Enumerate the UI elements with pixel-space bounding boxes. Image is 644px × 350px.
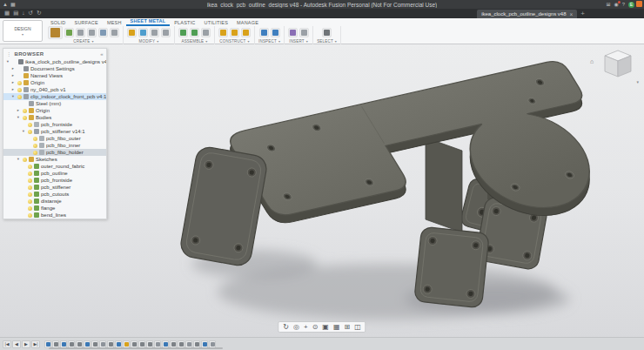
change-parameters-tool-icon[interactable] <box>161 28 171 37</box>
app-menu-icon[interactable]: ▦ <box>10 2 16 7</box>
viewport[interactable]: ⋮ BROWSER « ▾ikea_clock_pcb_outline_desi… <box>0 44 644 337</box>
visibility-bulb-icon[interactable] <box>23 158 27 162</box>
notification-bell-icon[interactable]: ◉ <box>614 2 618 7</box>
browser-item[interactable]: ▸Named Views <box>3 72 106 79</box>
measure-tool-icon[interactable] <box>259 28 269 37</box>
unfold-tool-icon[interactable] <box>127 28 137 37</box>
visibility-bulb-icon[interactable] <box>23 116 27 120</box>
browser-item[interactable]: pcb_frontside <box>3 177 106 184</box>
offset-plane-tool-icon[interactable] <box>218 28 228 37</box>
browser-item[interactable]: pcb_fibo_inner <box>3 142 106 149</box>
viewcube-cube[interactable] <box>600 48 635 81</box>
insert-svg-tool-icon[interactable] <box>299 28 309 37</box>
expand-arrow-icon[interactable]: ▸ <box>16 109 21 113</box>
browser-item[interactable]: pcb_fibo_holder <box>3 149 106 156</box>
browser-item[interactable]: pcb_stiffener <box>3 184 106 191</box>
display-settings-icon[interactable]: ▦ <box>333 324 340 331</box>
expand-arrow-icon[interactable]: ▸ <box>10 88 16 92</box>
expand-arrow-icon[interactable]: ▾ <box>16 158 21 162</box>
visibility-bulb-icon[interactable] <box>17 95 22 99</box>
press-pull-tool-icon[interactable] <box>138 28 148 37</box>
file-menu-icon[interactable]: ▤ <box>13 10 18 17</box>
fit-icon[interactable]: ▣ <box>322 324 329 331</box>
model-middle-foot-pad[interactable] <box>414 226 490 308</box>
viewports-icon[interactable]: ◫ <box>354 324 361 331</box>
new-tab-button[interactable]: + <box>577 9 588 18</box>
visibility-bulb-icon[interactable] <box>33 151 37 155</box>
new-component-tool-icon[interactable] <box>178 28 188 37</box>
browser-item[interactable]: pcb_outline <box>3 170 106 177</box>
visibility-bulb-icon[interactable] <box>28 165 32 169</box>
browser-item[interactable]: ▸ny_040_pcb v1 <box>3 86 106 93</box>
visibility-bulb-icon[interactable] <box>28 172 32 176</box>
close-tab-icon[interactable]: × <box>570 11 574 17</box>
timeline-begin-button[interactable]: |◀ <box>3 340 11 348</box>
extrude-tool-icon[interactable] <box>76 28 85 37</box>
collapse-browser-icon[interactable]: « <box>100 51 104 57</box>
workspace-switcher[interactable]: DESIGN ▾ <box>3 20 43 42</box>
visibility-bulb-icon[interactable] <box>28 130 32 134</box>
ribbon-tab-sheet-metal[interactable]: SHEET METAL <box>126 18 171 26</box>
timeline-step-back-button[interactable]: ◀ <box>12 340 21 348</box>
select-tool-icon[interactable] <box>322 28 332 37</box>
ribbon-tab-solid[interactable]: SOLID <box>46 20 70 26</box>
browser-item[interactable]: ▾Sketches <box>3 156 106 163</box>
expand-arrow-icon[interactable]: ▾ <box>16 116 21 120</box>
visibility-bulb-icon[interactable] <box>33 144 37 148</box>
ribbon-tab-surface[interactable]: SURFACE <box>70 20 103 26</box>
orbit-icon[interactable]: ↻ <box>283 324 289 331</box>
redo-icon[interactable]: ↻ <box>37 10 41 17</box>
extensions-icon[interactable]: ⊞ <box>606 2 610 7</box>
expand-arrow-icon[interactable]: ▾ <box>5 60 10 64</box>
pan-icon[interactable]: + <box>304 324 308 331</box>
help-icon[interactable]: ? <box>622 2 625 7</box>
visibility-bulb-icon[interactable] <box>28 123 32 127</box>
create-sketch-tool-icon[interactable] <box>64 28 74 37</box>
flange-tool-icon[interactable] <box>48 26 63 39</box>
browser-item[interactable]: ▸Document Settings <box>3 65 106 72</box>
browser-item[interactable]: flange <box>3 205 106 212</box>
browser-item[interactable]: ▾Bodies <box>3 114 106 121</box>
visibility-bulb-icon[interactable] <box>17 81 22 85</box>
visibility-bulb-icon[interactable] <box>23 109 27 113</box>
viewcube[interactable]: ⌂ ▾ <box>590 48 639 84</box>
hole-tool-icon[interactable] <box>87 28 97 37</box>
browser-item[interactable]: ▾pcb_stiffener v14:1 <box>3 128 106 135</box>
ribbon-tab-manage[interactable]: MANAGE <box>232 20 263 26</box>
section-analysis-tool-icon[interactable] <box>271 28 280 37</box>
browser-item[interactable]: bend_lines <box>3 212 106 219</box>
visibility-bulb-icon[interactable] <box>28 185 32 190</box>
browser-item[interactable]: outer_round_fabric <box>3 163 106 170</box>
user-avatar[interactable]: E <box>628 2 634 8</box>
browser-item[interactable]: distansje <box>3 198 106 205</box>
visibility-bulb-icon[interactable] <box>17 88 22 92</box>
ribbon-tab-mesh[interactable]: MESH <box>103 20 126 26</box>
expand-arrow-icon[interactable]: ▸ <box>10 81 16 85</box>
browser-item[interactable]: pcb_frontside <box>3 121 106 128</box>
timeline-end-button[interactable]: ▶| <box>31 340 40 348</box>
pattern-tool-icon[interactable] <box>110 28 119 37</box>
autodesk-logo-icon[interactable]: ▲ <box>3 2 8 7</box>
look-at-icon[interactable]: ◎ <box>293 324 299 331</box>
expand-arrow-icon[interactable]: ▸ <box>10 74 16 78</box>
document-tab[interactable]: ikea_clock_pcb_outline_designs v48 × <box>477 10 577 18</box>
expand-arrow-icon[interactable]: ▾ <box>10 95 16 99</box>
save-icon[interactable]: ↓ <box>22 10 24 17</box>
ribbon-tab-plastic[interactable]: PLASTIC <box>170 20 199 26</box>
derive-tool-icon[interactable] <box>98 28 108 37</box>
axis-tool-icon[interactable] <box>230 28 239 37</box>
browser-item[interactable]: ▾clip_indoor_clock_front_pcb v4:1 <box>3 93 106 100</box>
data-panel-icon[interactable]: ▦ <box>4 10 10 17</box>
visibility-bulb-icon[interactable] <box>28 213 32 218</box>
browser-item[interactable]: pcb_fibo_outer <box>3 135 106 142</box>
browser-item[interactable]: pcb_cutouts <box>3 191 106 198</box>
browser-item[interactable]: ▾ikea_clock_pcb_outline_designs v48 <box>3 58 106 65</box>
status-badge[interactable] <box>636 1 642 7</box>
fillet-tool-icon[interactable] <box>150 28 159 37</box>
timeline-scrollbar[interactable] <box>49 347 223 349</box>
undo-icon[interactable]: ↺ <box>29 10 33 17</box>
grid-display-icon[interactable]: ⊞ <box>344 324 350 331</box>
joint-tool-icon[interactable] <box>190 28 199 37</box>
zoom-icon[interactable]: ⊙ <box>312 324 319 331</box>
timeline-play-button[interactable]: ▶ <box>22 340 30 348</box>
